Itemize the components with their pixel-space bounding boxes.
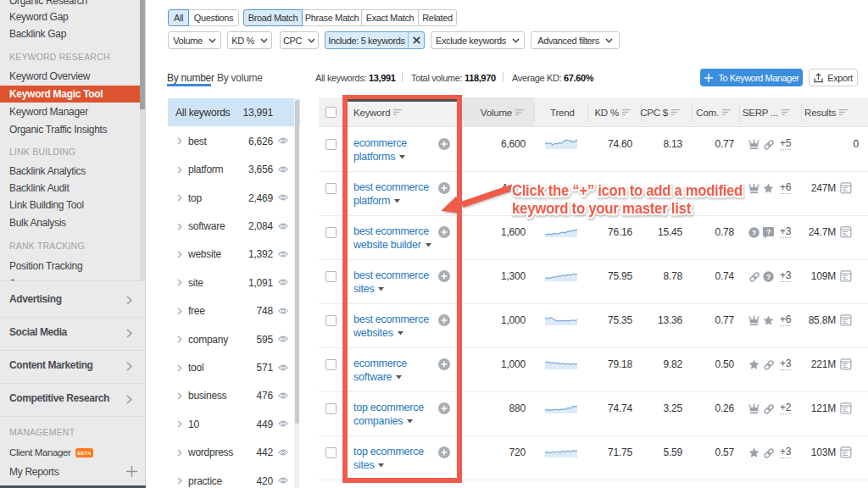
- svg-text:keyword to your master list: keyword to your master list: [512, 199, 692, 217]
- svg-text:Click the “+” icon to add a mo: Click the “+” icon to add a modified: [512, 181, 743, 199]
- svg-text:?: ?: [752, 228, 756, 236]
